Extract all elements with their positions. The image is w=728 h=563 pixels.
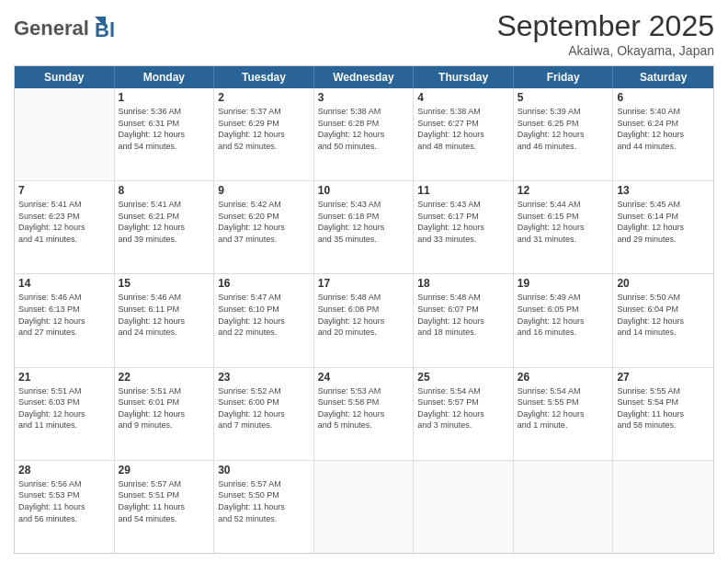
calendar-cell — [613, 461, 713, 553]
cell-info-line: Daylight: 11 hours — [218, 501, 310, 513]
calendar-header: SundayMondayTuesdayWednesdayThursdayFrid… — [15, 66, 713, 88]
calendar-row-4: 21Sunrise: 5:51 AMSunset: 6:03 PMDayligh… — [15, 368, 713, 461]
cell-info-line: Sunrise: 5:46 AM — [18, 292, 110, 304]
cell-info-line: Sunrise: 5:54 AM — [417, 385, 509, 397]
calendar-body: 1Sunrise: 5:36 AMSunset: 6:31 PMDaylight… — [15, 88, 713, 553]
cell-info-line: Daylight: 11 hours — [119, 501, 210, 513]
cell-info-line: Daylight: 12 hours — [617, 316, 710, 327]
cell-info-line: and 46 minutes. — [518, 141, 609, 153]
cell-info-line: and 9 minutes. — [119, 419, 210, 431]
day-number: 29 — [119, 464, 210, 477]
day-number: 18 — [417, 277, 509, 290]
cell-info-line: and 48 minutes. — [417, 141, 509, 153]
calendar-row-1: 1Sunrise: 5:36 AMSunset: 6:31 PMDaylight… — [15, 88, 713, 181]
cell-info-line: Sunrise: 5:44 AM — [518, 199, 609, 211]
location: Akaiwa, Okayama, Japan — [496, 43, 714, 58]
cell-info-line: and 58 minutes. — [617, 419, 710, 431]
day-number: 12 — [518, 184, 609, 197]
day-number: 5 — [518, 91, 609, 104]
day-number: 17 — [318, 277, 410, 290]
cell-info-line: and 7 minutes. — [218, 419, 310, 431]
cell-info-line: Daylight: 12 hours — [617, 129, 710, 141]
day-number: 1 — [119, 91, 210, 104]
calendar-cell: 22Sunrise: 5:51 AMSunset: 6:01 PMDayligh… — [115, 368, 215, 460]
cell-info-line: and 54 minutes. — [119, 513, 210, 525]
day-number: 28 — [18, 464, 110, 477]
cell-info-line: Daylight: 11 hours — [18, 501, 110, 513]
cell-info-line: Sunrise: 5:51 AM — [18, 385, 110, 397]
cell-info-line: Sunset: 5:58 PM — [318, 396, 410, 408]
calendar-cell: 18Sunrise: 5:48 AMSunset: 6:07 PMDayligh… — [414, 274, 514, 366]
cell-info-line: Sunrise: 5:43 AM — [417, 199, 509, 211]
calendar-cell: 14Sunrise: 5:46 AMSunset: 6:13 PMDayligh… — [15, 274, 115, 366]
calendar-cell: 13Sunrise: 5:45 AMSunset: 6:14 PMDayligh… — [613, 181, 713, 273]
day-number: 13 — [617, 184, 710, 197]
cell-info-line: Sunset: 5:53 PM — [18, 489, 110, 501]
logo-general-text: General Blue — [14, 9, 115, 50]
calendar-cell: 21Sunrise: 5:51 AMSunset: 6:03 PMDayligh… — [15, 368, 115, 460]
cell-info-line: Daylight: 12 hours — [617, 222, 710, 234]
calendar-cell: 17Sunrise: 5:48 AMSunset: 6:08 PMDayligh… — [314, 274, 415, 366]
svg-text:Blue: Blue — [95, 18, 115, 41]
weekday-header-monday: Monday — [115, 66, 215, 88]
cell-info-line: Daylight: 12 hours — [218, 408, 310, 420]
cell-info-line: Sunrise: 5:41 AM — [119, 199, 210, 211]
calendar-cell: 16Sunrise: 5:47 AMSunset: 6:10 PMDayligh… — [214, 274, 314, 366]
weekday-header-wednesday: Wednesday — [314, 66, 415, 88]
day-number: 20 — [617, 277, 710, 290]
day-number: 22 — [119, 371, 210, 384]
calendar-cell — [314, 461, 415, 553]
day-number: 6 — [617, 91, 710, 104]
day-number: 23 — [218, 371, 310, 384]
cell-info-line: Sunset: 6:05 PM — [518, 304, 609, 316]
cell-info-line: Daylight: 12 hours — [518, 316, 609, 327]
logo: General Blue — [14, 9, 115, 50]
cell-info-line: Sunset: 6:07 PM — [417, 304, 509, 316]
cell-info-line: Sunrise: 5:37 AM — [218, 106, 310, 118]
cell-info-line: Daylight: 12 hours — [218, 129, 310, 141]
cell-info-line: Sunrise: 5:54 AM — [518, 385, 609, 397]
calendar-row-5: 28Sunrise: 5:56 AMSunset: 5:53 PMDayligh… — [15, 461, 713, 553]
cell-info-line: Sunset: 5:54 PM — [617, 396, 710, 408]
cell-info-line: Sunrise: 5:49 AM — [518, 292, 609, 304]
cell-info-line: Sunrise: 5:40 AM — [617, 106, 710, 118]
day-number: 8 — [119, 184, 210, 197]
cell-info-line: and 39 minutes. — [119, 234, 210, 246]
cell-info-line: Sunset: 5:55 PM — [518, 396, 609, 408]
cell-info-line: Sunset: 6:01 PM — [119, 396, 210, 408]
cell-info-line: Sunrise: 5:52 AM — [218, 385, 310, 397]
cell-info-line: and 16 minutes. — [518, 327, 609, 339]
cell-info-line: Sunset: 5:57 PM — [417, 396, 509, 408]
weekday-header-thursday: Thursday — [414, 66, 514, 88]
cell-info-line: and 27 minutes. — [18, 327, 110, 339]
day-number: 16 — [218, 277, 310, 290]
cell-info-line: Sunrise: 5:36 AM — [119, 106, 210, 118]
weekday-header-sunday: Sunday — [15, 66, 115, 88]
cell-info-line: Sunrise: 5:43 AM — [318, 199, 410, 211]
day-number: 9 — [218, 184, 310, 197]
cell-info-line: and 20 minutes. — [318, 327, 410, 339]
calendar-cell: 26Sunrise: 5:54 AMSunset: 5:55 PMDayligh… — [514, 368, 614, 460]
cell-info-line: Sunset: 6:04 PM — [617, 304, 710, 316]
cell-info-line: Sunset: 6:18 PM — [318, 211, 410, 223]
cell-info-line: Sunrise: 5:56 AM — [18, 478, 110, 490]
day-number: 7 — [18, 184, 110, 197]
calendar-cell: 6Sunrise: 5:40 AMSunset: 6:24 PMDaylight… — [613, 88, 713, 180]
day-number: 11 — [417, 184, 509, 197]
day-number: 15 — [119, 277, 210, 290]
calendar: SundayMondayTuesdayWednesdayThursdayFrid… — [14, 65, 714, 554]
cell-info-line: Sunset: 6:08 PM — [318, 304, 410, 316]
cell-info-line: and 24 minutes. — [119, 327, 210, 339]
cell-info-line: Daylight: 12 hours — [417, 222, 509, 234]
month-title: September 2025 — [496, 9, 714, 43]
cell-info-line: Sunset: 6:14 PM — [617, 211, 710, 223]
cell-info-line: Sunset: 5:50 PM — [218, 489, 310, 501]
cell-info-line: Daylight: 12 hours — [119, 222, 210, 234]
cell-info-line: Daylight: 12 hours — [318, 316, 410, 327]
cell-info-line: Daylight: 12 hours — [518, 129, 609, 141]
cell-info-line: and 35 minutes. — [318, 234, 410, 246]
cell-info-line: Daylight: 12 hours — [417, 129, 509, 141]
cell-info-line: Sunrise: 5:57 AM — [119, 478, 210, 490]
cell-info-line: Sunrise: 5:38 AM — [318, 106, 410, 118]
calendar-cell: 8Sunrise: 5:41 AMSunset: 6:21 PMDaylight… — [115, 181, 215, 273]
